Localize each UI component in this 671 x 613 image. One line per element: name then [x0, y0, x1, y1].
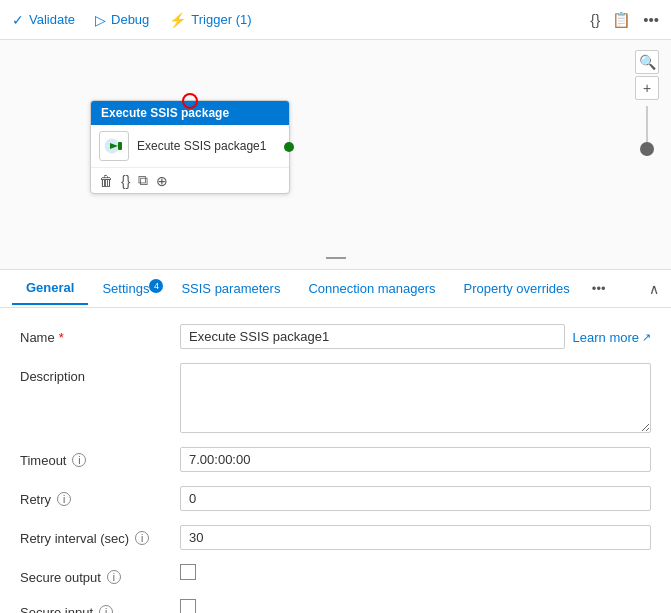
panel-content: Name * Learn more ↗ Description Timeout …	[0, 308, 671, 613]
retry-info-icon[interactable]: i	[57, 492, 71, 506]
activity-toolbar: 🗑 {} ⧉ ⊕	[91, 167, 289, 193]
toolbar-right: {} 📋 •••	[590, 11, 659, 29]
panel-tabs: General Settings 4 SSIS parameters Conne…	[0, 270, 671, 308]
debug-icon: ▷	[95, 12, 106, 28]
activity-type-icon	[99, 131, 129, 161]
description-row: Description	[20, 363, 651, 433]
code-view-icon[interactable]: {}	[121, 173, 130, 189]
external-link-icon: ↗	[642, 331, 651, 344]
activity-node[interactable]: Execute SSIS package Execute SSIS packag…	[90, 100, 290, 194]
secure-output-checkbox[interactable]	[180, 564, 196, 580]
learn-more-link[interactable]: Learn more ↗	[573, 324, 651, 345]
json-button[interactable]: {}	[590, 11, 600, 28]
validate-icon: ✓	[12, 12, 24, 28]
zoom-in-button[interactable]: +	[635, 76, 659, 100]
zoom-controls: 🔍 +	[635, 50, 659, 160]
canvas: Execute SSIS package Execute SSIS packag…	[0, 40, 671, 270]
name-label: Name *	[20, 324, 180, 345]
zoom-slider	[646, 106, 648, 156]
validate-button[interactable]: ✓ Validate	[12, 12, 75, 28]
trigger-button[interactable]: ⚡ Trigger (1)	[169, 12, 251, 28]
secure-input-label: Secure input i	[20, 599, 180, 613]
secure-input-row: Secure input i	[20, 599, 651, 613]
trigger-icon: ⚡	[169, 12, 186, 28]
delete-icon[interactable]: 🗑	[99, 173, 113, 189]
name-required: *	[59, 330, 64, 345]
copy-icon[interactable]: ⧉	[138, 172, 148, 189]
name-row: Name * Learn more ↗	[20, 324, 651, 349]
retry-label: Retry i	[20, 486, 180, 507]
secure-output-info-icon[interactable]: i	[107, 570, 121, 584]
timeout-label: Timeout i	[20, 447, 180, 468]
secure-input-checkbox[interactable]	[180, 599, 196, 613]
start-circle	[182, 93, 198, 109]
separator	[326, 257, 346, 259]
more-button[interactable]: •••	[643, 11, 659, 28]
panel-collapse-button[interactable]: ∧	[649, 281, 659, 297]
search-button[interactable]: 🔍	[635, 50, 659, 74]
retry-interval-input[interactable]	[180, 525, 651, 550]
tab-connection-managers[interactable]: Connection managers	[294, 273, 449, 304]
name-control: Learn more ↗	[180, 324, 651, 349]
timeout-info-icon[interactable]: i	[72, 453, 86, 467]
secure-output-control	[180, 564, 651, 580]
status-dot	[284, 142, 294, 152]
svg-rect-2	[118, 142, 122, 150]
retry-control	[180, 486, 651, 511]
settings-badge: 4	[149, 279, 163, 293]
tab-property-overrides[interactable]: Property overrides	[450, 273, 584, 304]
zoom-handle[interactable]	[640, 142, 654, 156]
secure-input-info-icon[interactable]: i	[99, 605, 113, 613]
description-control	[180, 363, 651, 433]
retry-row: Retry i	[20, 486, 651, 511]
secure-output-label: Secure output i	[20, 564, 180, 585]
secure-output-row: Secure output i	[20, 564, 651, 585]
timeout-row: Timeout i	[20, 447, 651, 472]
description-input[interactable]	[180, 363, 651, 433]
activity-body: Execute SSIS package1	[91, 125, 289, 167]
tabs-more-button[interactable]: •••	[584, 273, 614, 304]
retry-input[interactable]	[180, 486, 651, 511]
timeout-input[interactable]	[180, 447, 651, 472]
retry-interval-label: Retry interval (sec) i	[20, 525, 180, 546]
debug-button[interactable]: ▷ Debug	[95, 12, 149, 28]
navigate-icon[interactable]: ⊕	[156, 173, 168, 189]
secure-input-control	[180, 599, 651, 613]
code-button[interactable]: 📋	[612, 11, 631, 29]
description-label: Description	[20, 363, 180, 384]
toolbar: ✓ Validate ▷ Debug ⚡ Trigger (1) {} 📋 ••…	[0, 0, 671, 40]
timeout-control	[180, 447, 651, 472]
name-input[interactable]	[180, 324, 565, 349]
tab-settings[interactable]: Settings 4	[88, 273, 167, 304]
retry-interval-info-icon[interactable]: i	[135, 531, 149, 545]
tab-ssis-parameters[interactable]: SSIS parameters	[167, 273, 294, 304]
retry-interval-row: Retry interval (sec) i	[20, 525, 651, 550]
tab-general[interactable]: General	[12, 272, 88, 305]
retry-interval-control	[180, 525, 651, 550]
